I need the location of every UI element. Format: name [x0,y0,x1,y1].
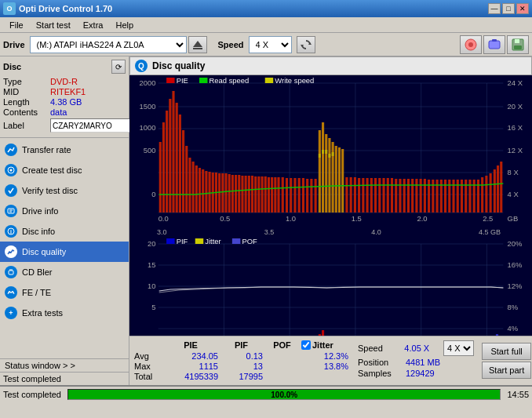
menu-file[interactable]: File [3,19,30,31]
eject-button[interactable] [188,36,207,53]
menu-extra[interactable]: Extra [77,19,110,31]
disc-label-label: Label [3,121,50,130]
svg-rect-89 [248,176,250,213]
sidebar-item-extra-tests[interactable]: + Extra tests [0,303,129,323]
main-content: Disc ⟳ Type DVD-R MID RITEKF1 Length 4.3… [0,56,532,385]
svg-rect-81 [221,173,224,213]
toolbar-icon-2[interactable] [483,35,505,54]
sidebar-item-verify-test-disc[interactable]: Verify test disc [0,180,129,201]
svg-rect-124 [378,178,381,213]
maximize-button[interactable]: □ [502,3,515,14]
sidebar-label-transfer-rate: Transfer rate [22,145,71,154]
speed-select[interactable]: 4 X [249,36,292,53]
svg-rect-100 [322,122,324,213]
title-bar-controls[interactable]: — □ ✕ [488,3,529,14]
svg-rect-67 [176,103,178,213]
svg-text:GB: GB [508,215,519,223]
drive-select[interactable]: (M:) ATAPI iHAS224 A ZL0A [30,36,187,53]
svg-text:10: 10 [148,282,155,290]
menu-start-test[interactable]: Start test [30,19,77,31]
sidebar-label-verify-test-disc: Verify test disc [22,186,78,195]
svg-rect-193 [232,238,240,244]
refresh-button[interactable] [297,36,315,53]
svg-rect-105 [338,147,341,213]
svg-text:16%: 16% [508,261,523,269]
svg-rect-60 [265,78,273,83]
status-time: 14:55 [507,390,529,399]
app-icon: O [3,2,16,15]
menu-help[interactable]: Help [109,19,140,31]
svg-rect-155 [319,154,321,158]
svg-rect-15 [8,209,14,213]
top-chart-x-axis-extra: 3.03.54.04.5 GB [129,228,532,236]
sidebar-item-disc-info[interactable]: i Disc info [0,221,129,242]
svg-rect-88 [245,176,247,213]
speed-key: Speed [358,343,399,353]
svg-text:16 X: 16 X [508,124,523,132]
disc-mid-label: MID [3,87,50,96]
minimize-button[interactable]: — [488,3,501,14]
disc-type-row: Type DVD-R [3,77,126,86]
svg-rect-73 [195,165,198,213]
svg-text:8 X: 8 X [508,169,519,176]
svg-rect-69 [182,130,184,213]
speed-select-stats[interactable]: 4 X [443,340,474,356]
sidebar-label-extra-tests: Extra tests [22,308,63,318]
start-buttons: Start full Start part [479,338,532,383]
avg-label: Avg [134,351,162,361]
svg-rect-114 [310,179,312,213]
svg-rect-56 [166,78,174,83]
svg-text:2.5: 2.5 [483,215,493,223]
jitter-checkbox[interactable] [301,340,311,350]
svg-text:i: i [10,229,12,234]
speed-val: 4.05 X [404,343,439,353]
svg-rect-77 [209,172,211,213]
cd-bler-icon [5,266,17,278]
svg-text:4 X: 4 X [508,191,519,198]
drive-info-icon [5,205,17,217]
toolbar-icon-1[interactable] [460,35,482,54]
sidebar-label-disc-info: Disc info [22,227,55,236]
start-full-button[interactable]: Start full [482,343,531,360]
close-button[interactable]: ✕ [516,3,529,14]
svg-rect-1 [193,48,202,49]
svg-rect-112 [302,178,304,213]
sidebar-item-fe-te[interactable]: FE / TE [0,282,129,303]
toolbar-icon-save[interactable] [507,35,529,54]
disc-contents-label: Contents [3,107,50,117]
sidebar-item-disc-quality[interactable]: Disc quality [0,242,129,262]
sidebar-item-drive-info[interactable]: Drive info [0,201,129,221]
svg-rect-111 [298,178,301,213]
total-pif: 17995 [220,372,263,381]
svg-text:500: 500 [144,147,156,154]
disc-info-icon: i [5,225,17,238]
title-bar-left: O Opti Drive Control 1.70 [3,2,112,15]
avg-pif: 0.13 [220,351,263,361]
svg-rect-158 [328,154,330,158]
status-window-button[interactable]: Status window > > [0,358,129,372]
svg-text:1.0: 1.0 [286,215,296,223]
disc-quality-header: Q Disc quality [129,56,532,75]
sidebar-item-cd-bler[interactable]: CD Bler [0,262,129,282]
position-val: 4481 MB [406,358,440,367]
pie-header: PIE [163,340,218,350]
menu-bar: File Start test Extra Help [0,17,532,33]
svg-text:1.5: 1.5 [352,215,362,223]
disc-type-label: Type [3,77,50,86]
svg-rect-104 [335,146,337,213]
disc-contents-row: Contents data [3,107,126,117]
sidebar-item-transfer-rate[interactable]: Transfer rate [0,140,129,160]
disc-mid-value: RITEKF1 [50,87,86,96]
start-part-button[interactable]: Start part [482,362,531,379]
top-chart: 2000 1500 1000 500 0 24 X 20 X 16 X 12 X… [129,75,532,228]
svg-rect-129 [399,179,401,213]
svg-text:0.5: 0.5 [220,215,230,223]
max-jitter: 13.8% [301,362,348,371]
svg-rect-123 [374,178,377,213]
svg-text:24 X: 24 X [508,79,523,87]
svg-rect-191 [195,238,203,244]
sidebar-item-create-test-disc[interactable]: Create test disc [0,160,129,180]
disc-refresh-button[interactable]: ⟳ [111,60,126,74]
progress-bar-container: 100.0% [67,389,501,400]
svg-rect-154 [500,162,502,213]
